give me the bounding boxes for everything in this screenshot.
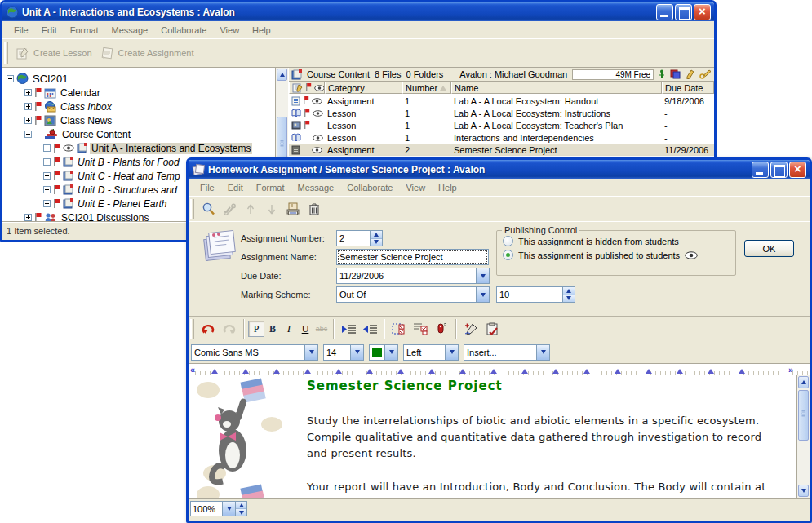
radio-button-selected[interactable] <box>503 250 513 260</box>
close-button[interactable] <box>694 4 711 20</box>
expand-icon[interactable] <box>24 89 32 96</box>
chevron-down-icon[interactable] <box>223 501 236 516</box>
marking-points-stepper[interactable]: 10 <box>496 286 575 303</box>
assignment-number-stepper[interactable]: 2 <box>336 230 383 246</box>
tree-item-calendar[interactable]: Calendar <box>2 86 275 100</box>
tree-label[interactable]: Unit A - Interactions and Ecosystems <box>90 143 252 154</box>
collapse-icon[interactable] <box>7 75 14 82</box>
tree-label[interactable]: Unit E - Planet Earth <box>76 198 168 210</box>
tree-item-course-content[interactable]: Course Content <box>2 127 275 141</box>
tree-label[interactable]: Unit D - Structures and <box>76 184 179 196</box>
menu-file[interactable]: File <box>193 181 221 194</box>
menu-message[interactable]: Message <box>105 24 155 37</box>
column-icons[interactable] <box>289 82 325 94</box>
alignment-select[interactable]: Left <box>403 344 459 361</box>
menu-help[interactable]: Help <box>246 24 277 37</box>
menu-view[interactable]: View <box>399 181 432 194</box>
column-number[interactable]: Number <box>402 82 451 94</box>
toolbar-gripper[interactable] <box>4 42 8 64</box>
back-titlebar[interactable]: Unit A - Interactions and Ecosystems : A… <box>2 2 714 21</box>
ok-button[interactable]: OK <box>744 240 794 257</box>
scroll-up-button[interactable] <box>798 376 809 388</box>
tree-label[interactable]: SCI201 Discussions <box>60 212 150 222</box>
print-icon[interactable] <box>286 202 300 216</box>
right-margin-marker[interactable]: » <box>788 365 793 375</box>
create-assignment-button[interactable]: Create Assignment <box>96 45 198 61</box>
maximize-button[interactable] <box>770 162 788 178</box>
column-name[interactable]: Name <box>451 82 662 94</box>
expand-icon[interactable] <box>43 144 51 152</box>
tree-item-class-inbox[interactable]: Class Inbox <box>2 100 275 113</box>
left-margin-marker[interactable]: « <box>190 365 195 375</box>
tree-item-class-news[interactable]: Class News <box>2 113 275 127</box>
expand-icon[interactable] <box>24 214 32 221</box>
menu-message[interactable]: Message <box>291 181 341 194</box>
maximize-button[interactable] <box>675 4 692 20</box>
bold-button[interactable]: B <box>264 321 281 337</box>
plain-style-button[interactable]: P <box>248 321 264 337</box>
font-select[interactable]: Comic Sans MS <box>191 344 318 361</box>
column-category[interactable]: Category <box>325 82 402 94</box>
marking-scheme-dropdown[interactable]: Out Of <box>336 286 490 303</box>
due-date-dropdown[interactable]: 11/29/2006 <box>336 268 490 284</box>
stepper-buttons[interactable] <box>370 231 382 246</box>
tree-item-sci201[interactable]: SCI201 <box>2 72 275 86</box>
tree-label[interactable]: Calendar <box>59 87 102 99</box>
radio-button[interactable] <box>503 236 513 246</box>
italic-button[interactable]: I <box>281 321 297 337</box>
zoom-stepper[interactable] <box>236 501 247 516</box>
create-lesson-button[interactable]: Create Lesson <box>11 45 96 61</box>
tree-label[interactable]: Class Inbox <box>59 101 113 113</box>
assignment-name-input[interactable]: Semester Science Project <box>336 249 489 265</box>
close-button[interactable] <box>789 162 806 178</box>
redo-icon[interactable] <box>222 321 237 336</box>
tree-label[interactable]: Course Content <box>60 129 132 140</box>
file-row-selected[interactable]: Assignment 2 Semester Science Project 11… <box>289 144 714 156</box>
document-scrollbar[interactable] <box>796 375 810 498</box>
front-titlebar[interactable]: Homework Assignment / Semester Science P… <box>189 160 810 179</box>
expand-icon[interactable] <box>43 200 51 207</box>
add-signature-icon[interactable] <box>464 321 478 336</box>
minimize-button[interactable] <box>656 4 673 20</box>
font-size-select[interactable]: 14 <box>323 344 364 361</box>
underline-button[interactable]: U <box>297 321 313 337</box>
file-row[interactable]: Lesson 1 Interactions and Interdependenc… <box>289 131 714 144</box>
radio-hidden-option[interactable]: This assignment is hidden from students <box>497 235 735 249</box>
scroll-thumb[interactable] <box>798 390 809 441</box>
menu-collaborate[interactable]: Collaborate <box>154 24 213 37</box>
file-row[interactable]: Lesson 1 Lab A - A Local Ecosystem: Inst… <box>289 107 714 119</box>
insert-select[interactable]: Insert... <box>464 344 550 361</box>
menu-help[interactable]: Help <box>432 181 464 194</box>
tree-label[interactable]: Unit C - Heat and Temp <box>76 171 182 182</box>
record-voice-icon[interactable] <box>434 321 449 336</box>
document-editor[interactable]: Semester Science Project Study the inter… <box>189 375 810 498</box>
expand-icon[interactable] <box>43 186 51 193</box>
next-icon[interactable] <box>264 202 279 216</box>
expand-icon[interactable] <box>24 117 32 124</box>
zoom-control[interactable]: 100% <box>190 501 247 516</box>
select-fields-icon[interactable] <box>392 321 406 336</box>
stepper-buttons[interactable] <box>562 287 575 302</box>
minimize-button[interactable] <box>752 162 769 178</box>
tree-label[interactable]: Class News <box>59 115 113 126</box>
menu-view[interactable]: View <box>213 24 246 37</box>
menu-format[interactable]: Format <box>250 181 291 194</box>
scroll-down-button[interactable] <box>798 485 809 497</box>
spellcheck-icon[interactable] <box>485 321 499 336</box>
collapse-icon[interactable] <box>24 131 32 138</box>
indent-increase-icon[interactable] <box>341 321 356 336</box>
menu-collaborate[interactable]: Collaborate <box>340 181 399 194</box>
undo-icon[interactable] <box>201 321 215 336</box>
tree-label[interactable]: SCI201 <box>31 73 69 85</box>
menu-edit[interactable]: Edit <box>221 181 250 194</box>
scroll-up-button[interactable] <box>277 69 287 81</box>
toolbar-gripper[interactable] <box>190 199 194 219</box>
file-row[interactable]: Assignment 1 Lab A - A Local Ecosystem: … <box>289 95 714 107</box>
column-due-date[interactable]: Due Date <box>662 82 714 94</box>
radio-published-option[interactable]: This assignment is published to students <box>497 249 735 263</box>
menu-edit[interactable]: Edit <box>35 24 64 37</box>
chevron-down-icon[interactable] <box>476 268 489 283</box>
chevron-down-icon[interactable] <box>476 287 489 302</box>
expand-icon[interactable] <box>43 172 51 180</box>
menu-format[interactable]: Format <box>64 24 105 37</box>
